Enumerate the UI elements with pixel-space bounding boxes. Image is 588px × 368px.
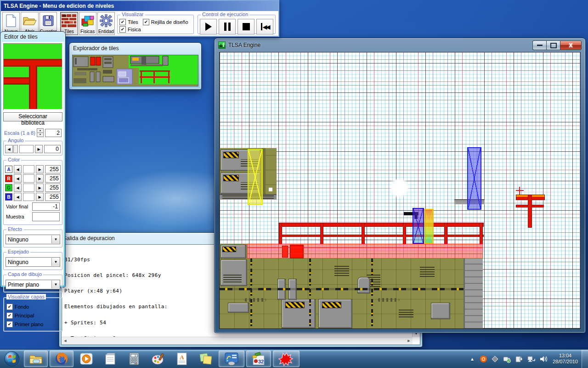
level-canvas[interactable] <box>219 52 581 329</box>
tray-network-icon[interactable] <box>527 355 536 363</box>
taskbar-paint-button[interactable] <box>147 351 169 367</box>
media-player-icon <box>79 352 93 366</box>
gear-icon <box>98 12 114 29</box>
caption-buttons: X <box>532 40 582 50</box>
slider-left-icon[interactable] <box>5 145 13 153</box>
tray-diamond-icon[interactable] <box>491 355 499 363</box>
stop-icon <box>243 23 250 30</box>
muestra-row: Muestra <box>6 212 60 221</box>
control-ejecucion-group: Control de ejecucion <box>198 15 276 34</box>
tile-editor-titlebar[interactable]: Editor de tiles <box>0 32 65 42</box>
spin-down-icon[interactable]: ▼ <box>37 133 44 137</box>
checkbox-tiles[interactable]: Tiles <box>119 19 138 25</box>
tile-editor-client: Seleccionar biblioteca Escala (1 a 8) ▲ … <box>2 42 64 286</box>
close-button[interactable]: X <box>560 40 582 50</box>
scale-row: Escala (1 a 8) ▲ ▼ 2 <box>4 128 62 137</box>
entity-button-label: Entidad <box>98 29 114 34</box>
green-channel-row[interactable]: G 255 <box>5 184 61 192</box>
tile-explorer-titlebar[interactable]: Explorador de tiles <box>69 43 201 54</box>
stop-button[interactable] <box>237 19 254 34</box>
tiles-button-label: Tiles <box>64 29 74 34</box>
sticky-notes-icon <box>199 352 213 365</box>
tray-volume-icon[interactable] <box>539 355 548 363</box>
physics-mode-button[interactable]: Fisicas <box>79 12 96 35</box>
svg-text:0: 0 <box>135 354 136 357</box>
desktop: Salida de depuracion 31/30fps Posicion d… <box>0 0 588 368</box>
efecto-dropdown[interactable]: Ninguno <box>6 235 60 244</box>
tray-orange-app-icon[interactable] <box>480 355 487 363</box>
taskbar-explorer-button[interactable] <box>24 351 48 367</box>
tray-clock[interactable]: 13:04 28/07/2010 <box>553 353 578 365</box>
alpha-channel-row[interactable]: A 255 <box>5 165 61 173</box>
checkbox-rejilla[interactable]: Rejilla de diseño <box>143 19 188 25</box>
red-channel-row[interactable]: R 255 <box>5 174 61 183</box>
start-button[interactable] <box>2 351 22 367</box>
game-window: TLSA Engine X <box>214 38 586 333</box>
taskbar-tlsa-splat-button[interactable] <box>273 351 300 367</box>
new-document-icon <box>3 12 19 29</box>
play-button[interactable] <box>200 19 217 34</box>
taskbar-wordpad-button[interactable]: A <box>171 351 193 367</box>
rewind-icon <box>261 23 269 30</box>
paint-palette-icon <box>151 352 165 365</box>
visualizar-group: Visualizar Tiles Rejilla de diseño Fisic… <box>117 15 194 34</box>
checkbox-checked-icon <box>6 321 13 328</box>
checkbox-principal[interactable]: Principal <box>6 312 59 319</box>
windows-orb-icon <box>4 351 20 367</box>
spin-up-icon[interactable]: ▲ <box>37 128 44 133</box>
scale-spinner[interactable]: ▲ ▼ <box>37 128 44 137</box>
pause-button[interactable] <box>219 19 236 34</box>
tile-wall <box>220 259 483 329</box>
tray-power-plug-icon[interactable] <box>515 355 523 363</box>
minimize-icon <box>537 45 543 46</box>
maximize-button[interactable] <box>546 40 560 50</box>
game-window-titlebar[interactable]: TLSA Engine X <box>215 38 585 52</box>
chevron-down-icon[interactable] <box>51 281 60 288</box>
player-rainbow-box <box>424 209 434 244</box>
chevron-down-icon[interactable] <box>51 236 60 243</box>
tile-editor-title: Editor de tiles <box>4 34 38 40</box>
taskbar-config-app-button[interactable] <box>219 351 244 367</box>
slider-right-icon[interactable] <box>35 145 43 153</box>
scale-value[interactable]: 2 <box>45 129 62 137</box>
espejado-dropdown[interactable]: Ninguno <box>6 257 60 267</box>
taskbar-firefox-button[interactable] <box>50 351 74 367</box>
checkbox-primer-plano[interactable]: Primer plano <box>6 321 59 328</box>
scroll-left-icon[interactable] <box>62 337 69 345</box>
taskbar-app32-button[interactable]: 32 <box>246 351 271 367</box>
open-folder-icon <box>21 12 38 29</box>
physics-red-band <box>247 244 483 259</box>
taskbar-media-player-button[interactable] <box>75 351 97 367</box>
tray-expand-icon[interactable]: ▲ <box>470 356 475 362</box>
explorer-folder-icon <box>29 353 43 365</box>
tileset-strip[interactable] <box>72 55 198 86</box>
rewind-button[interactable] <box>256 19 273 34</box>
checkbox-fisica[interactable]: Fisica <box>119 26 141 33</box>
white-blob-sprite <box>390 179 410 198</box>
blue-channel-row[interactable]: B 255 <box>5 193 61 201</box>
minimize-button[interactable] <box>532 40 546 50</box>
taskbar-calculator-button[interactable]: 0 <box>123 351 145 367</box>
checkbox-checked-icon <box>119 19 126 25</box>
show-desktop-button[interactable] <box>582 350 588 368</box>
editor-shell-titlebar[interactable]: TLSA Engine - Menu de edicion de niveles <box>1 1 278 11</box>
capa-dropdown[interactable]: Primer plano <box>6 280 60 289</box>
play-icon <box>205 23 212 31</box>
debug-horizontal-scrollbar[interactable] <box>62 337 413 345</box>
valor-final-row: Valor final -1 <box>6 202 60 211</box>
taskbar-notepad-button[interactable] <box>99 351 121 367</box>
clock-date: 28/07/2010 <box>553 359 578 365</box>
checkbox-fondo[interactable]: Fondo <box>6 304 59 310</box>
angle-slider[interactable]: 0 <box>5 145 61 153</box>
left-lower-tiles <box>220 244 247 259</box>
chevron-down-icon[interactable] <box>51 258 60 266</box>
taskbar-sticky-notes-button[interactable] <box>195 351 217 367</box>
select-library-button[interactable]: Seleccionar biblioteca <box>3 112 62 121</box>
entity-mode-button[interactable]: Entidad <box>97 12 115 35</box>
color-group: Color A 255 R 255 G 255 B <box>3 160 62 225</box>
tray-usb-safely-remove-icon[interactable] <box>503 355 511 363</box>
app32-icon: 32 <box>252 352 266 366</box>
player-collision-box <box>413 208 424 244</box>
scroll-right-icon[interactable] <box>405 337 413 345</box>
tile-explorer-window: Explorador de tiles <box>69 42 202 90</box>
